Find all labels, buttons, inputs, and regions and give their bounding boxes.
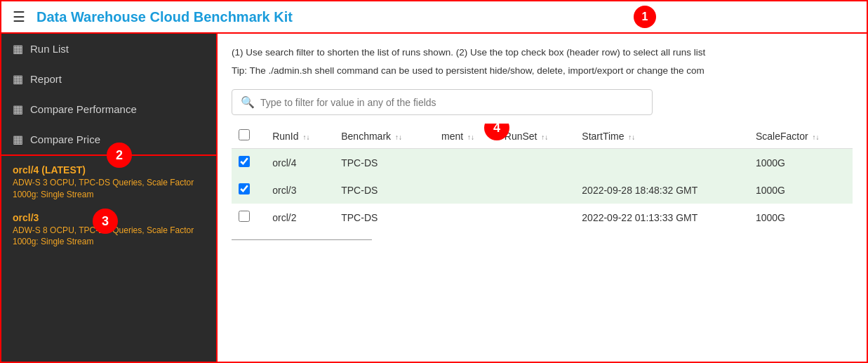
sidebar: ▦ Run List ▦ Report ▦ Compare Performanc…	[1, 34, 218, 362]
cell-scalefactor: 1000G	[749, 149, 853, 177]
search-icon: 🔍	[241, 95, 255, 109]
row-checkbox-cell[interactable]	[232, 204, 265, 231]
cell-scalefactor: 1000G	[749, 176, 853, 204]
badge-1: 1	[634, 6, 656, 28]
sidebar-item-compare-performance[interactable]: ▦ Compare Performance	[1, 94, 216, 124]
cell-benchmark: TPC-DS	[334, 204, 434, 231]
row-checkbox-cell[interactable]	[232, 149, 265, 177]
content-panel: (1) Use search filter to shorten the lis…	[218, 34, 867, 362]
run-desc-orcl4: ADW-S 3 OCPU, TPC-DS Queries, Scale Fact…	[13, 177, 205, 201]
cell-comment	[434, 176, 498, 204]
row-checkbox[interactable]	[239, 211, 250, 222]
search-input[interactable]	[260, 97, 643, 108]
sidebar-item-run-list[interactable]: ▦ Run List	[1, 34, 216, 64]
run-list-icon: ▦	[13, 42, 23, 55]
runid-sort-icon[interactable]: ↑↓	[302, 133, 309, 141]
cell-benchmark: TPC-DS	[334, 149, 434, 177]
runset-sort-icon[interactable]: ↑↓	[541, 133, 548, 141]
hamburger-icon[interactable]: ☰	[13, 8, 25, 25]
col-header-scalefactor[interactable]: ScaleFactor ↑↓	[749, 124, 853, 149]
cell-benchmark: TPC-DS	[334, 176, 434, 204]
cell-comment	[434, 149, 498, 177]
info-line-2: Tip: The ./admin.sh shell command can be…	[232, 63, 853, 79]
table-row: orcl/3 TPC-DS 2022-09-28 18:48:32 GMT 10…	[232, 176, 853, 204]
select-all-checkbox[interactable]	[239, 129, 250, 140]
badge-3: 3	[93, 209, 118, 234]
main-body: ▦ Run List ▦ Report ▦ Compare Performanc…	[1, 34, 867, 362]
row-checkbox[interactable]	[239, 183, 250, 194]
cell-runset	[498, 176, 575, 204]
col-header-runid[interactable]: RunId ↑↓	[265, 124, 334, 149]
runs-table: RunId ↑↓ Benchmark ↑↓ ment ↑↓	[232, 124, 853, 231]
cell-runid: orcl/3	[265, 176, 334, 204]
starttime-sort-icon[interactable]: ↑↓	[628, 133, 635, 141]
row-checkbox[interactable]	[239, 156, 250, 167]
app-container: ☰ Data Warehouse Cloud Benchmark Kit 1 ▦…	[0, 0, 868, 363]
sidebar-runs: orcl/4 (LATEST) ADW-S 3 OCPU, TPC-DS Que…	[1, 156, 216, 362]
header: ☰ Data Warehouse Cloud Benchmark Kit 1	[1, 1, 867, 34]
cell-runset	[498, 149, 575, 177]
sidebar-item-label: Run List	[30, 43, 69, 55]
table-wrapper: 4 RunId ↑↓ Benchmark	[232, 124, 853, 240]
col-header-benchmark[interactable]: Benchmark ↑↓	[334, 124, 434, 149]
comment-sort-icon[interactable]: ↑↓	[467, 133, 474, 141]
compare-performance-icon: ▦	[13, 103, 23, 116]
table-divider	[232, 239, 372, 240]
cell-starttime: 2022-09-22 01:13:33 GMT	[575, 204, 749, 231]
report-icon: ▦	[13, 72, 23, 86]
col-header-select	[232, 124, 265, 149]
sidebar-item-label: Compare Price	[30, 133, 100, 145]
cell-scalefactor: 1000G	[749, 204, 853, 231]
compare-price-icon: ▦	[13, 133, 23, 146]
run-item-orcl4[interactable]: orcl/4 (LATEST) ADW-S 3 OCPU, TPC-DS Que…	[13, 164, 205, 201]
sidebar-item-label: Compare Performance	[30, 103, 137, 115]
info-line-1: (1) Use search filter to shorten the lis…	[232, 45, 853, 60]
run-title-orcl4: orcl/4 (LATEST)	[13, 164, 205, 176]
app-title: Data Warehouse Cloud Benchmark Kit	[36, 9, 293, 25]
sidebar-nav: ▦ Run List ▦ Report ▦ Compare Performanc…	[1, 34, 216, 156]
cell-runid: orcl/2	[265, 204, 334, 231]
cell-starttime	[575, 149, 749, 177]
cell-runset	[498, 204, 575, 231]
badge-2: 2	[107, 143, 132, 168]
scalefactor-sort-icon[interactable]: ↑↓	[813, 133, 820, 141]
benchmark-sort-icon[interactable]: ↑↓	[395, 133, 402, 141]
sidebar-item-report[interactable]: ▦ Report	[1, 64, 216, 94]
cell-runid: orcl/4	[265, 149, 334, 177]
cell-starttime: 2022-09-28 18:48:32 GMT	[575, 176, 749, 204]
cell-comment	[434, 204, 498, 231]
table-row: orcl/2 TPC-DS 2022-09-22 01:13:33 GMT 10…	[232, 204, 853, 231]
search-bar[interactable]: 🔍	[232, 89, 653, 115]
sidebar-item-label: Report	[30, 73, 62, 85]
row-checkbox-cell[interactable]	[232, 176, 265, 204]
col-header-starttime[interactable]: StartTime ↑↓	[575, 124, 749, 149]
table-row: orcl/4 TPC-DS 1000G	[232, 149, 853, 177]
